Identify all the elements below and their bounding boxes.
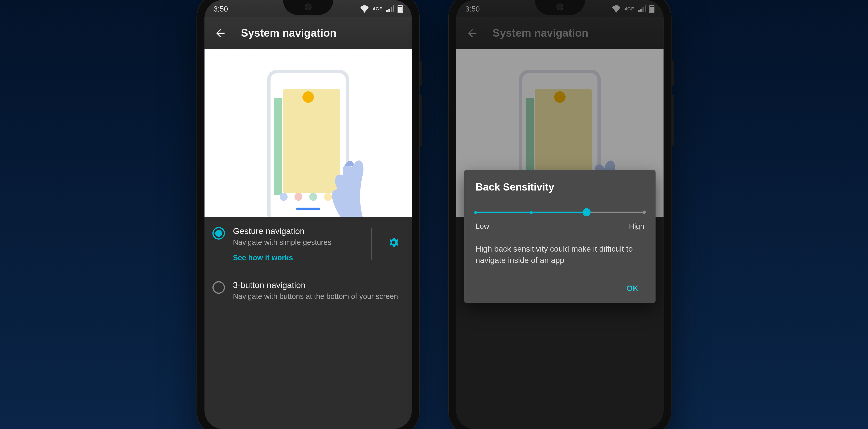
slider-low-label: Low	[475, 222, 489, 231]
screen: 3:50 4GE	[204, 0, 412, 429]
back-sensitivity-dialog: Back Sensitivity Low High High back sens…	[464, 170, 656, 303]
option-title: Gesture navigation	[233, 226, 360, 235]
hero-illustration	[204, 49, 412, 217]
slider-thumb[interactable]	[583, 208, 591, 216]
dialog-title: Back Sensitivity	[475, 181, 644, 194]
status-icons: 4GE	[360, 5, 403, 13]
option-subtitle: Navigate with buttons at the bottom of y…	[233, 291, 404, 301]
radio-gesture[interactable]	[213, 227, 225, 239]
see-how-link[interactable]: See how it works	[233, 253, 360, 262]
phone-mockup-pair: 3:50 4GE	[196, 0, 672, 429]
hand-icon	[310, 111, 390, 217]
gear-icon	[387, 236, 400, 251]
phone-side-button	[672, 61, 674, 86]
notch	[283, 0, 333, 15]
svg-rect-1	[399, 5, 401, 6]
phone-volume-button	[672, 95, 674, 146]
app-bar: System navigation	[204, 17, 412, 49]
option-title: 3-button navigation	[233, 280, 404, 290]
sensitivity-slider[interactable]	[475, 207, 644, 217]
divider	[371, 228, 372, 260]
signal-icon	[386, 5, 394, 12]
option-gesture-navigation[interactable]: Gesture navigation Navigate with simple …	[204, 217, 412, 270]
dialog-message: High back sensitivity could make it diff…	[475, 243, 644, 266]
network-label: 4GE	[373, 6, 383, 11]
phone-left: 3:50 4GE	[196, 0, 420, 429]
option-subtitle: Navigate with simple gestures	[233, 237, 360, 247]
gesture-settings-button[interactable]	[383, 233, 404, 254]
wifi-icon	[360, 5, 369, 12]
back-button[interactable]	[210, 23, 231, 44]
option-3-button-navigation[interactable]: 3-button navigation Navigate with button…	[204, 270, 412, 310]
svg-point-3	[350, 164, 362, 180]
notch	[535, 0, 585, 15]
phone-right: 3:50 4GE	[448, 0, 672, 429]
dialog-ok-button[interactable]: OK	[621, 279, 644, 297]
svg-rect-2	[398, 7, 402, 12]
status-time: 3:50	[214, 4, 228, 13]
phone-volume-button	[420, 95, 422, 146]
slider-high-label: High	[629, 222, 644, 231]
screen: 3:50 4GE	[456, 0, 663, 429]
page-title: System navigation	[241, 27, 337, 39]
phone-side-button	[420, 61, 422, 86]
battery-icon	[398, 5, 403, 13]
radio-3-button[interactable]	[213, 281, 225, 293]
